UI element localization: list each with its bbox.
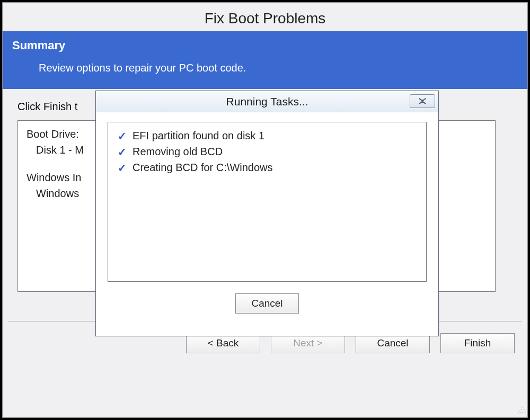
summary-heading: Summary	[12, 39, 518, 52]
task-list-panel: ✓ EFI partition found on disk 1 ✓ Removi…	[108, 122, 427, 282]
check-icon: ✓	[118, 162, 127, 174]
close-icon	[418, 95, 427, 107]
dialog-button-row: Cancel	[108, 282, 427, 314]
summary-subtext: Review options to repair your PC boot co…	[39, 62, 518, 74]
check-icon: ✓	[118, 130, 127, 142]
finish-button[interactable]: Finish	[440, 333, 515, 353]
close-button[interactable]	[410, 94, 435, 108]
task-item: ✓ Removing old BCD	[118, 146, 417, 158]
task-item: ✓ EFI partition found on disk 1	[118, 130, 417, 142]
task-label: Creating BCD for C:\Windows	[132, 162, 273, 174]
task-item: ✓ Creating BCD for C:\Windows	[118, 162, 417, 174]
task-label: EFI partition found on disk 1	[132, 130, 264, 142]
resize-grip-icon[interactable]: ∴∴∴	[518, 408, 525, 415]
task-label: Removing old BCD	[132, 146, 223, 158]
dialog-title: Running Tasks...	[96, 95, 438, 108]
wizard-window: Fix Boot Problems Summary Review options…	[2, 2, 528, 418]
dialog-body: ✓ EFI partition found on disk 1 ✓ Removi…	[96, 112, 438, 314]
dialog-cancel-button[interactable]: Cancel	[235, 293, 299, 314]
running-tasks-dialog: Running Tasks... ✓ EFI partition found o…	[95, 91, 439, 336]
check-icon: ✓	[118, 146, 127, 158]
summary-banner: Summary Review options to repair your PC…	[3, 31, 527, 89]
dialog-titlebar[interactable]: Running Tasks...	[96, 91, 438, 112]
page-title: Fix Boot Problems	[3, 3, 527, 31]
